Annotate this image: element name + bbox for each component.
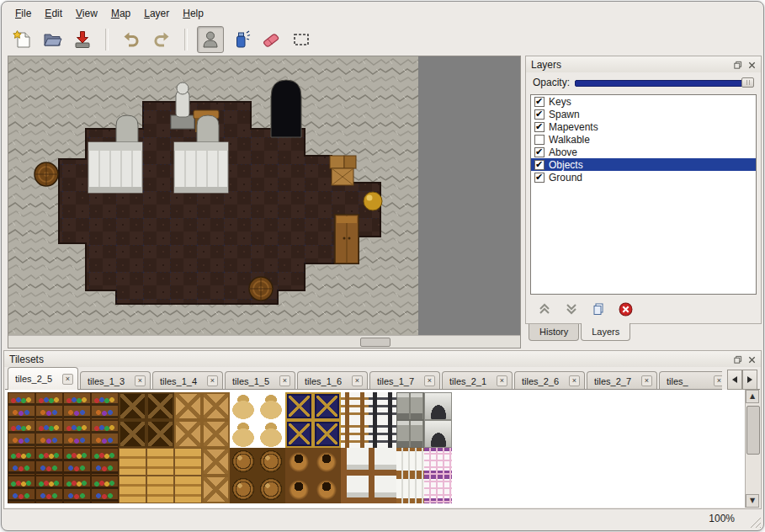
palette-scrollbar[interactable]: ▲ ▼	[745, 390, 760, 508]
layer-visibility-checkbox[interactable]	[534, 160, 545, 170]
tileset-tab-tiles_1_7[interactable]: tiles_1_7×	[369, 371, 440, 390]
float-panel-button[interactable]	[731, 354, 743, 365]
palette-tile-tb[interactable]	[174, 448, 202, 476]
tileset-tab-tiles_1_5[interactable]: tiles_1_5×	[225, 371, 295, 390]
close-tab-icon[interactable]: ×	[352, 375, 363, 386]
palette-tile-s2[interactable]	[35, 448, 63, 476]
layer-visibility-checkbox[interactable]	[534, 147, 545, 157]
palette-tile-cl[interactable]	[202, 392, 230, 420]
layer-row-above[interactable]: Above	[531, 146, 756, 158]
palette-tile-tb[interactable]	[146, 476, 174, 503]
open-map-button[interactable]	[39, 26, 66, 53]
layer-visibility-checkbox[interactable]	[534, 122, 545, 132]
scroll-tabs-right-button[interactable]	[742, 370, 757, 390]
palette-tile-wg[interactable]	[396, 420, 424, 448]
palette-tile-lb[interactable]	[369, 392, 396, 420]
palette-tile-sk[interactable]	[230, 392, 258, 420]
palette-tile-s2[interactable]	[91, 448, 119, 476]
palette-tile-wg[interactable]	[396, 392, 424, 420]
tileset-tab-tiles_2_1[interactable]: tiles_2_1×	[442, 371, 513, 390]
palette-tile-br[interactable]	[258, 476, 285, 503]
map-horizontal-scrollbar[interactable]	[8, 335, 520, 348]
close-panel-button[interactable]	[746, 354, 757, 365]
palette-tile-bw[interactable]	[396, 476, 424, 503]
palette-tile-pt[interactable]	[285, 448, 313, 476]
palette-tile-bp[interactable]	[424, 476, 452, 503]
palette-tile-s1[interactable]	[8, 420, 35, 448]
layer-visibility-checkbox[interactable]	[534, 173, 545, 183]
palette-tile-bd[interactable]	[341, 448, 369, 476]
palette-tile-s1[interactable]	[35, 392, 63, 420]
palette-tile-br[interactable]	[230, 476, 258, 503]
tileset-tab-tiles_2_6[interactable]: tiles_2_6×	[514, 371, 585, 390]
layer-row-ground[interactable]: Ground	[531, 171, 756, 184]
layer-visibility-checkbox[interactable]	[534, 97, 545, 107]
palette-tile-cd[interactable]	[119, 392, 146, 420]
palette-tile-cl[interactable]	[174, 392, 202, 420]
float-panel-button[interactable]	[731, 59, 743, 71]
palette-tile-tb[interactable]	[146, 448, 174, 476]
palette-tile-bp[interactable]	[424, 448, 452, 476]
eraser-tool-button[interactable]	[258, 26, 284, 53]
select-tool-button[interactable]	[288, 26, 315, 53]
palette-tile-s2[interactable]	[63, 448, 91, 476]
undo-button[interactable]	[118, 26, 145, 53]
save-map-button[interactable]	[69, 26, 96, 53]
map-hscroll-thumb[interactable]	[360, 338, 390, 347]
scroll-tabs-left-button[interactable]	[727, 370, 742, 390]
palette-tile-cl[interactable]	[202, 476, 230, 503]
palette-tile-pt[interactable]	[313, 448, 341, 476]
palette-tile-s2[interactable]	[91, 476, 119, 503]
palette-tile-s2[interactable]	[8, 448, 35, 476]
redo-button[interactable]	[148, 26, 175, 53]
palette-tile-s1[interactable]	[91, 392, 119, 420]
close-tab-icon[interactable]: ×	[641, 375, 652, 386]
palette-tile-ld[interactable]	[341, 420, 369, 448]
menu-map[interactable]: Map	[104, 6, 137, 21]
close-tab-icon[interactable]: ×	[569, 375, 580, 386]
palette-tile-tb[interactable]	[174, 476, 202, 503]
close-tab-icon[interactable]: ×	[135, 375, 146, 386]
menu-edit[interactable]: Edit	[38, 6, 69, 21]
palette-tile-s1[interactable]	[8, 392, 35, 420]
tileset-tab-tiles_2_5[interactable]: tiles_2_5×	[8, 367, 78, 390]
layer-visibility-checkbox[interactable]	[534, 135, 545, 145]
close-tab-icon[interactable]: ×	[279, 375, 290, 386]
palette-tile-s1[interactable]	[63, 392, 91, 420]
palette-tile-bd[interactable]	[369, 476, 396, 503]
close-panel-button[interactable]	[746, 59, 757, 71]
palette-tile-cd[interactable]	[119, 420, 146, 448]
layer-row-walkable[interactable]: Walkable	[531, 133, 756, 146]
palette-tile-bd[interactable]	[369, 448, 396, 476]
palette-tile-sk[interactable]	[230, 420, 258, 448]
palette-tile-tb[interactable]	[119, 448, 146, 476]
tab-layers[interactable]: Layers	[581, 323, 630, 341]
resize-grip[interactable]	[749, 516, 761, 528]
palette-tile-s1[interactable]	[35, 420, 63, 448]
tileset-tab-tiles_[interactable]: tiles_×	[659, 371, 730, 390]
layer-row-mapevents[interactable]: Mapevents	[531, 120, 756, 133]
palette-tile-br[interactable]	[230, 448, 258, 476]
palette-tile-cl[interactable]	[202, 448, 230, 476]
palette-tile-s1[interactable]	[63, 420, 91, 448]
menu-layer[interactable]: Layer	[137, 6, 176, 21]
layer-row-spawn[interactable]: Spawn	[531, 108, 756, 120]
close-tab-icon[interactable]: ×	[497, 375, 507, 386]
palette-tile-br[interactable]	[258, 448, 285, 476]
layer-row-keys[interactable]: Keys	[531, 95, 756, 108]
layer-row-objects[interactable]: Objects	[531, 158, 756, 171]
palette-tile-nv[interactable]	[313, 392, 341, 420]
duplicate-layer-button[interactable]	[592, 302, 605, 316]
palette-tile-nv[interactable]	[313, 420, 341, 448]
map-canvas[interactable]	[8, 56, 520, 336]
opacity-slider[interactable]	[575, 77, 754, 88]
palette-tile-sk[interactable]	[258, 420, 285, 448]
close-tab-icon[interactable]: ×	[62, 374, 73, 385]
tileset-tab-tiles_1_3[interactable]: tiles_1_3×	[80, 371, 151, 390]
map-view[interactable]	[8, 56, 521, 348]
tileset-tab-tiles_1_4[interactable]: tiles_1_4×	[152, 371, 223, 390]
opacity-slider-track[interactable]	[575, 80, 754, 87]
palette-tile-nv[interactable]	[285, 420, 313, 448]
palette-tile-s2[interactable]	[35, 476, 63, 503]
palette-tile-bw[interactable]	[396, 448, 424, 476]
